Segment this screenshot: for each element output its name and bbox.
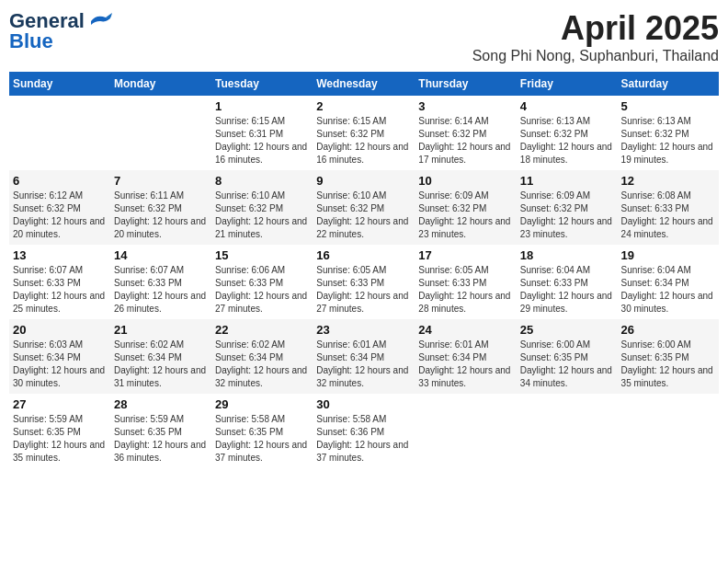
day-number: 24 <box>418 323 513 337</box>
week-row-4: 20Sunrise: 6:03 AM Sunset: 6:34 PM Dayli… <box>9 319 719 394</box>
calendar-cell <box>110 96 211 170</box>
day-info: Sunrise: 6:10 AM Sunset: 6:32 PM Dayligh… <box>316 190 411 241</box>
day-number: 21 <box>114 323 208 337</box>
day-info: Sunrise: 5:59 AM Sunset: 6:35 PM Dayligh… <box>13 413 107 465</box>
day-info: Sunrise: 6:07 AM Sunset: 6:33 PM Dayligh… <box>114 264 208 316</box>
title-area: April 2025 Song Phi Nong, Suphanburi, Th… <box>472 9 719 64</box>
day-number: 9 <box>316 174 411 188</box>
calendar-cell: 9Sunrise: 6:10 AM Sunset: 6:32 PM Daylig… <box>313 170 415 245</box>
day-number: 26 <box>621 323 715 337</box>
location: Song Phi Nong, Suphanburi, Thailand <box>472 48 719 64</box>
calendar-cell: 21Sunrise: 6:02 AM Sunset: 6:34 PM Dayli… <box>110 319 211 394</box>
calendar-cell: 22Sunrise: 6:02 AM Sunset: 6:34 PM Dayli… <box>211 319 313 394</box>
calendar-cell: 17Sunrise: 6:05 AM Sunset: 6:33 PM Dayli… <box>415 245 517 319</box>
day-number: 6 <box>13 174 107 188</box>
calendar-cell: 12Sunrise: 6:08 AM Sunset: 6:33 PM Dayli… <box>618 170 719 245</box>
day-info: Sunrise: 6:11 AM Sunset: 6:32 PM Dayligh… <box>114 190 208 241</box>
day-info: Sunrise: 5:58 AM Sunset: 6:36 PM Dayligh… <box>316 413 411 465</box>
day-info: Sunrise: 6:01 AM Sunset: 6:34 PM Dayligh… <box>316 339 411 390</box>
day-number: 25 <box>520 323 614 337</box>
day-info: Sunrise: 6:13 AM Sunset: 6:32 PM Dayligh… <box>520 115 614 167</box>
calendar-cell: 29Sunrise: 5:58 AM Sunset: 6:35 PM Dayli… <box>211 394 313 468</box>
col-header-monday: Monday <box>110 72 211 96</box>
day-number: 4 <box>520 99 614 113</box>
day-number: 12 <box>621 174 715 188</box>
day-number: 14 <box>114 248 208 262</box>
calendar-cell <box>517 394 618 468</box>
calendar-cell <box>618 394 719 468</box>
day-info: Sunrise: 6:14 AM Sunset: 6:32 PM Dayligh… <box>418 115 513 167</box>
day-number: 28 <box>114 397 208 411</box>
logo-blue-text: Blue <box>9 29 53 53</box>
week-row-5: 27Sunrise: 5:59 AM Sunset: 6:35 PM Dayli… <box>9 394 719 468</box>
calendar-cell: 16Sunrise: 6:05 AM Sunset: 6:33 PM Dayli… <box>313 245 415 319</box>
calendar-cell: 1Sunrise: 6:15 AM Sunset: 6:31 PM Daylig… <box>211 96 313 170</box>
calendar-cell: 26Sunrise: 6:00 AM Sunset: 6:35 PM Dayli… <box>618 319 719 394</box>
day-number: 5 <box>621 99 715 113</box>
day-info: Sunrise: 6:09 AM Sunset: 6:32 PM Dayligh… <box>418 190 513 241</box>
day-number: 19 <box>621 248 715 262</box>
day-info: Sunrise: 6:15 AM Sunset: 6:31 PM Dayligh… <box>215 115 309 167</box>
calendar-cell: 2Sunrise: 6:15 AM Sunset: 6:32 PM Daylig… <box>313 96 415 170</box>
day-info: Sunrise: 6:07 AM Sunset: 6:33 PM Dayligh… <box>13 264 107 316</box>
day-number: 1 <box>215 99 309 113</box>
day-number: 22 <box>215 323 309 337</box>
day-number: 2 <box>316 99 411 113</box>
month-year: April 2025 <box>472 9 719 48</box>
logo-bird-icon <box>87 12 113 30</box>
day-number: 17 <box>418 248 513 262</box>
calendar-cell: 23Sunrise: 6:01 AM Sunset: 6:34 PM Dayli… <box>313 319 415 394</box>
day-number: 10 <box>418 174 513 188</box>
day-number: 18 <box>520 248 614 262</box>
calendar-cell: 15Sunrise: 6:06 AM Sunset: 6:33 PM Dayli… <box>211 245 313 319</box>
calendar-cell <box>415 394 517 468</box>
calendar-cell: 18Sunrise: 6:04 AM Sunset: 6:33 PM Dayli… <box>517 245 618 319</box>
day-number: 15 <box>215 248 309 262</box>
calendar-cell: 4Sunrise: 6:13 AM Sunset: 6:32 PM Daylig… <box>517 96 618 170</box>
day-info: Sunrise: 6:00 AM Sunset: 6:35 PM Dayligh… <box>520 339 614 390</box>
col-header-wednesday: Wednesday <box>313 72 415 96</box>
day-info: Sunrise: 6:06 AM Sunset: 6:33 PM Dayligh… <box>215 264 309 316</box>
day-info: Sunrise: 6:10 AM Sunset: 6:32 PM Dayligh… <box>215 190 309 241</box>
logo: General Blue <box>9 9 113 53</box>
calendar-cell: 7Sunrise: 6:11 AM Sunset: 6:32 PM Daylig… <box>110 170 211 245</box>
calendar-cell: 24Sunrise: 6:01 AM Sunset: 6:34 PM Dayli… <box>415 319 517 394</box>
col-header-tuesday: Tuesday <box>211 72 313 96</box>
day-info: Sunrise: 6:04 AM Sunset: 6:33 PM Dayligh… <box>520 264 614 316</box>
col-header-thursday: Thursday <box>415 72 517 96</box>
day-info: Sunrise: 6:15 AM Sunset: 6:32 PM Dayligh… <box>316 115 411 167</box>
day-info: Sunrise: 6:09 AM Sunset: 6:32 PM Dayligh… <box>520 190 614 241</box>
day-number: 23 <box>316 323 411 337</box>
calendar-table: SundayMondayTuesdayWednesdayThursdayFrid… <box>9 72 719 468</box>
calendar-cell: 10Sunrise: 6:09 AM Sunset: 6:32 PM Dayli… <box>415 170 517 245</box>
day-number: 16 <box>316 248 411 262</box>
day-number: 7 <box>114 174 208 188</box>
col-header-sunday: Sunday <box>9 72 110 96</box>
day-info: Sunrise: 5:58 AM Sunset: 6:35 PM Dayligh… <box>215 413 309 465</box>
calendar-cell: 25Sunrise: 6:00 AM Sunset: 6:35 PM Dayli… <box>517 319 618 394</box>
day-info: Sunrise: 6:12 AM Sunset: 6:32 PM Dayligh… <box>13 190 107 241</box>
calendar-cell: 13Sunrise: 6:07 AM Sunset: 6:33 PM Dayli… <box>9 245 110 319</box>
day-info: Sunrise: 6:05 AM Sunset: 6:33 PM Dayligh… <box>316 264 411 316</box>
calendar-cell: 11Sunrise: 6:09 AM Sunset: 6:32 PM Dayli… <box>517 170 618 245</box>
week-row-3: 13Sunrise: 6:07 AM Sunset: 6:33 PM Dayli… <box>9 245 719 319</box>
col-header-saturday: Saturday <box>618 72 719 96</box>
calendar-cell: 14Sunrise: 6:07 AM Sunset: 6:33 PM Dayli… <box>110 245 211 319</box>
calendar-cell: 6Sunrise: 6:12 AM Sunset: 6:32 PM Daylig… <box>9 170 110 245</box>
day-number: 30 <box>316 397 411 411</box>
calendar-cell: 27Sunrise: 5:59 AM Sunset: 6:35 PM Dayli… <box>9 394 110 468</box>
calendar-cell: 19Sunrise: 6:04 AM Sunset: 6:34 PM Dayli… <box>618 245 719 319</box>
day-info: Sunrise: 6:00 AM Sunset: 6:35 PM Dayligh… <box>621 339 715 390</box>
day-number: 3 <box>418 99 513 113</box>
calendar-cell <box>9 96 110 170</box>
day-info: Sunrise: 6:02 AM Sunset: 6:34 PM Dayligh… <box>114 339 208 390</box>
calendar-cell: 30Sunrise: 5:58 AM Sunset: 6:36 PM Dayli… <box>313 394 415 468</box>
calendar-cell: 20Sunrise: 6:03 AM Sunset: 6:34 PM Dayli… <box>9 319 110 394</box>
day-info: Sunrise: 6:02 AM Sunset: 6:34 PM Dayligh… <box>215 339 309 390</box>
header-row: SundayMondayTuesdayWednesdayThursdayFrid… <box>9 72 719 96</box>
col-header-friday: Friday <box>517 72 618 96</box>
calendar-cell: 8Sunrise: 6:10 AM Sunset: 6:32 PM Daylig… <box>211 170 313 245</box>
day-info: Sunrise: 6:08 AM Sunset: 6:33 PM Dayligh… <box>621 190 715 241</box>
day-info: Sunrise: 6:03 AM Sunset: 6:34 PM Dayligh… <box>13 339 107 390</box>
day-number: 20 <box>13 323 107 337</box>
